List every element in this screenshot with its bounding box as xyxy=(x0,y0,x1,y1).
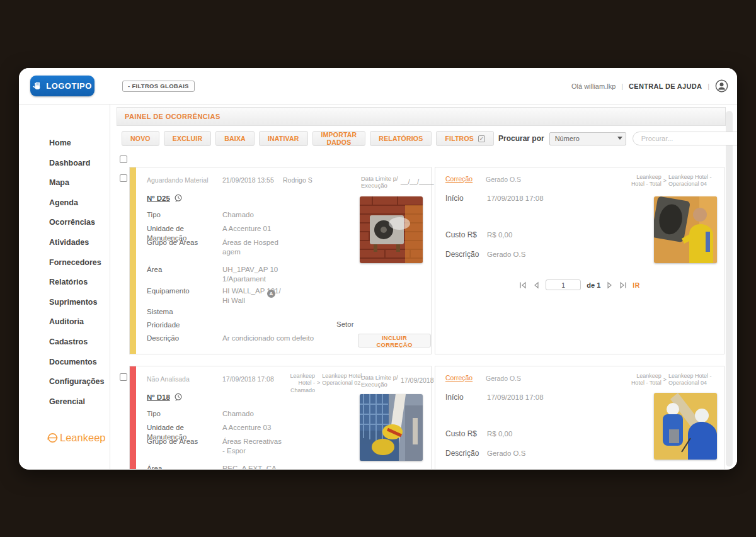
next-page-button[interactable] xyxy=(606,281,614,289)
last-page-button[interactable] xyxy=(619,281,627,289)
separator: | xyxy=(707,82,709,90)
sidebar-item-configuracoes[interactable]: Configurações xyxy=(19,372,110,392)
search-field-select[interactable]: Número xyxy=(549,132,626,145)
sidebar: Home Dashboard Mapa Agenda Ocorrências A… xyxy=(19,105,110,469)
sidebar-item-ocorrencias[interactable]: Ocorrências xyxy=(19,213,110,233)
app-logo[interactable]: LOGOTIPO xyxy=(30,76,94,96)
inicio-label: Início xyxy=(445,194,487,203)
field-value: A Accenture 01 xyxy=(222,224,271,234)
correcao-link[interactable]: Correção xyxy=(445,374,472,382)
clock-icon xyxy=(174,194,183,203)
occurrence-photo-plumber xyxy=(360,394,423,461)
select-all-checkbox[interactable] xyxy=(120,155,127,163)
occurrence-number-link[interactable]: Nº D25 xyxy=(147,195,170,202)
breadcrumb-left: Leankeep Hotel - Chamado xyxy=(281,373,315,394)
importar-dados-button[interactable]: IMPORTAR DADOS xyxy=(312,131,366,146)
breadcrumb-right: Leankeep Hotel - Operacional 04 xyxy=(668,373,716,387)
global-filters-button[interactable]: - FILTROS GLOBAIS xyxy=(122,81,195,92)
search-input[interactable] xyxy=(633,132,737,145)
excluir-button[interactable]: EXCLUIR xyxy=(164,131,212,146)
sidebar-item-mapa[interactable]: Mapa xyxy=(19,173,110,193)
novo-button[interactable]: NOVO xyxy=(122,131,159,146)
inicio-label: Início xyxy=(445,393,487,402)
inativar-button[interactable]: INATIVAR xyxy=(259,131,308,146)
status-text: Não Analisada xyxy=(147,375,190,383)
field-value: Chamado xyxy=(222,210,254,220)
breadcrumb-separator: > xyxy=(663,376,667,383)
filtros-button-label: FILTROS xyxy=(445,135,474,142)
first-page-button[interactable] xyxy=(519,281,527,289)
prev-page-button[interactable] xyxy=(532,281,540,289)
occurrence-checkbox[interactable] xyxy=(120,373,127,381)
breadcrumb-right: Leankeep Hotel - Operacional 04 xyxy=(668,174,716,188)
deadline-value: __/__/____ xyxy=(401,178,434,185)
inicio-value: 17/09/2018 17:08 xyxy=(487,393,544,401)
sidebar-item-cadastros[interactable]: Cadastros xyxy=(19,332,110,353)
sidebar-item-fornecedores[interactable]: Fornecedores xyxy=(19,253,110,273)
help-center-link[interactable]: CENTRAL DE AJUDA xyxy=(629,82,702,90)
inicio-value: 17/09/2018 17:08 xyxy=(487,195,544,202)
sidebar-item-documentos[interactable]: Documentos xyxy=(19,353,110,373)
sidebar-item-relatorios[interactable]: Relatórios xyxy=(19,273,110,293)
field-label: Grupo de Áreas xyxy=(147,437,222,446)
occurrence-checkbox[interactable] xyxy=(120,174,127,182)
field-label: Área xyxy=(147,265,222,274)
deadline-value: 17/09/2018 xyxy=(401,376,434,384)
leankeep-logo-icon xyxy=(47,432,59,444)
leankeep-brand[interactable]: Leankeep xyxy=(47,432,106,444)
main-content: PAINEL DE OCORRÊNCIAS NOVO EXCLUIR BAIXA… xyxy=(110,105,737,469)
user-avatar-icon[interactable] xyxy=(715,79,728,93)
breadcrumb: Leankeep Hotel - Total > Leankeep Hotel … xyxy=(622,174,716,188)
field-label: Tipo xyxy=(147,210,222,220)
status-text: Aguardando Material xyxy=(147,176,208,184)
sidebar-item-atividades[interactable]: Atividades xyxy=(19,233,110,253)
baixa-button[interactable]: BAIXA xyxy=(215,131,255,146)
sidebar-item-suprimentos[interactable]: Suprimentos xyxy=(19,293,110,313)
clock-icon xyxy=(174,393,183,402)
occurrence-row: Não Analisada 17/09/2018 17:08 Leankeep … xyxy=(117,366,726,469)
page-number-input[interactable] xyxy=(546,280,581,290)
field-value: Áreas Recreativas - Espor xyxy=(222,437,282,456)
field-value: REC_A EXT_CA xyxy=(222,464,282,469)
field-value: UH_1PAV_AP 101/Apartament xyxy=(222,265,282,284)
incluir-correcao-button[interactable]: INCLUIR CORREÇÃO xyxy=(358,334,431,348)
descricao-label: Descrição xyxy=(445,250,487,259)
correction-photo-workers xyxy=(654,393,717,460)
correcao-link[interactable]: Correção xyxy=(445,175,472,183)
search-by-label: Procurar por xyxy=(498,134,544,143)
sidebar-item-dashboard[interactable]: Dashboard xyxy=(19,154,110,174)
breadcrumb-separator: > xyxy=(663,178,667,184)
go-button[interactable]: IR xyxy=(633,281,640,289)
topbar-right: Olá william.lkp | CENTRAL DE AJUDA | xyxy=(571,79,728,93)
field-value: Ar condicionado com defeito xyxy=(222,334,314,343)
occurrence-number-link[interactable]: Nº D18 xyxy=(147,393,170,401)
search-group: Procurar por Número xyxy=(498,132,737,145)
field-value: Chamado xyxy=(222,409,254,419)
sidebar-item-gerencial[interactable]: Gerencial xyxy=(19,392,110,412)
created-datetime: 17/09/2018 17:08 xyxy=(222,375,274,383)
sidebar-item-home[interactable]: Home xyxy=(19,133,110,154)
descricao-value: Gerado O.S xyxy=(487,449,525,457)
equipment-badge-icon: A xyxy=(267,290,275,298)
assignee-name: Rodrigo S xyxy=(283,176,312,184)
status-stripe-yellow xyxy=(130,167,136,354)
scrollbar-track[interactable] xyxy=(726,111,733,466)
logo-text: LOGOTIPO xyxy=(46,81,92,91)
setor-label: Setor xyxy=(336,320,354,328)
leankeep-brand-text: Leankeep xyxy=(60,432,106,444)
sidebar-item-auditoria[interactable]: Auditoria xyxy=(19,312,110,332)
relatorios-button[interactable]: RELATÓRIOS xyxy=(370,131,432,146)
topbar: LOGOTIPO - FILTROS GLOBAIS Olá william.l… xyxy=(19,68,737,105)
separator: | xyxy=(621,82,623,90)
status-stripe-red xyxy=(130,366,136,469)
field-label: Prioridade xyxy=(147,320,222,330)
field-label: Descrição xyxy=(147,334,222,343)
occurrence-photo-ac-unit xyxy=(360,196,423,263)
filtros-button[interactable]: FILTROS ✓ xyxy=(436,131,494,146)
panel-header: PAINEL DE OCORRÊNCIAS xyxy=(117,107,726,126)
hand-icon xyxy=(33,81,42,91)
page-count-label: de 1 xyxy=(587,281,600,289)
occurrence-card-left: Não Analisada 17/09/2018 17:08 Leankeep … xyxy=(129,366,432,469)
pagination: de 1 IR xyxy=(435,280,724,290)
sidebar-item-agenda[interactable]: Agenda xyxy=(19,193,110,213)
